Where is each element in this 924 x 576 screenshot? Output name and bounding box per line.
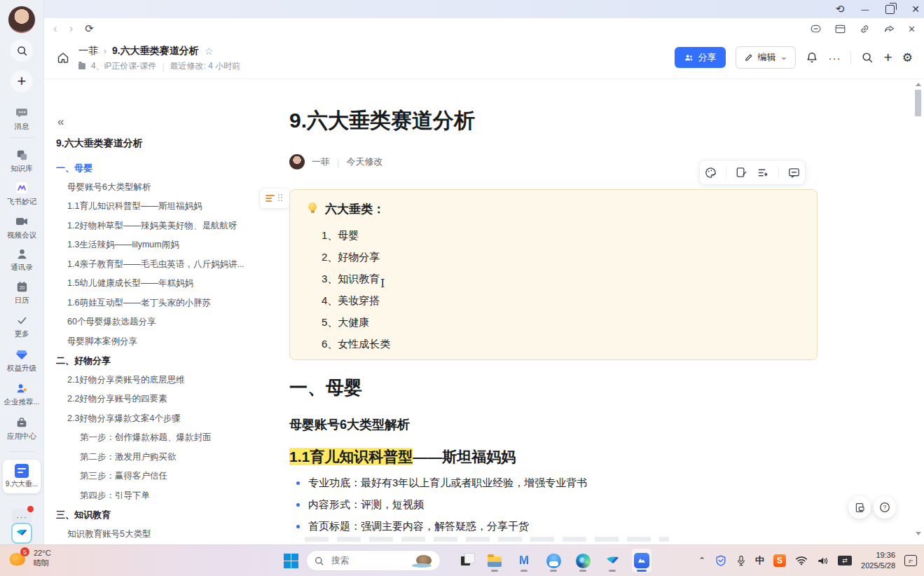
docs-app-icon xyxy=(634,553,649,568)
outline-item[interactable]: 1.1育儿知识科普型——斯坦福妈妈 xyxy=(56,197,256,217)
callout-block-icon[interactable] xyxy=(266,195,275,203)
outline-item[interactable]: 2.1好物分享类账号的底层思维 xyxy=(56,371,256,390)
maximize-button[interactable] xyxy=(885,5,895,14)
link-icon[interactable] xyxy=(859,23,871,35)
rail-item-app-center[interactable]: 应用中心 xyxy=(0,415,43,441)
back-button[interactable]: ‹ xyxy=(53,22,57,36)
security-shield-icon[interactable] xyxy=(715,554,727,567)
header-plus-icon[interactable]: + xyxy=(883,49,892,66)
outline-item[interactable]: 60个母婴爆款选题分享 xyxy=(56,313,256,332)
share-button[interactable]: 分享 xyxy=(675,47,726,68)
outline-item[interactable]: 母婴脚本案例分享 xyxy=(56,332,256,352)
task-view-button[interactable] xyxy=(455,549,475,572)
outline-item[interactable]: 母婴账号6大类型解析 xyxy=(56,178,256,198)
breadcrumb-owner[interactable]: 一菲 xyxy=(78,45,98,57)
minimize-button[interactable]: — xyxy=(861,5,869,13)
rail-create-button[interactable]: + xyxy=(11,70,33,92)
doc-scrollbar[interactable] xyxy=(914,78,923,541)
forward-button[interactable]: › xyxy=(69,22,74,36)
outline-item[interactable]: 第一步：创作爆款标题、爆款封面 xyxy=(56,428,256,448)
outline-item[interactable]: 2.3好物分享爆款文案4个步骤 xyxy=(56,409,256,429)
author-avatar[interactable] xyxy=(289,154,305,170)
taskbar-search-input[interactable] xyxy=(330,555,406,566)
mail-app-button[interactable]: M xyxy=(514,549,534,572)
outline-item[interactable]: 三、知识教育 xyxy=(56,505,256,525)
star-icon[interactable]: ☆ xyxy=(205,46,214,57)
outline-item[interactable]: 1.5幼儿健康成长型——年糕妈妈 xyxy=(56,274,256,294)
rail-search-button[interactable] xyxy=(11,39,33,62)
rail-doc-shortcut[interactable]: 9.六大垂... xyxy=(3,460,41,493)
weather-app-button[interactable] xyxy=(544,549,563,572)
outline-item[interactable]: 第二步：激发用户购买欲 xyxy=(56,448,256,467)
doc-annotate-icon[interactable] xyxy=(735,166,748,179)
rail-item-video-meeting[interactable]: 视频会议 xyxy=(0,214,43,240)
refresh-button[interactable]: ⟳ xyxy=(85,22,94,35)
home-icon[interactable] xyxy=(56,50,70,64)
rail-item-contacts[interactable]: 通讯录 xyxy=(0,246,43,272)
theme-palette-icon[interactable] xyxy=(704,166,717,179)
user-avatar[interactable] xyxy=(8,6,35,33)
device-sync-icon[interactable]: ⇄ xyxy=(838,556,852,565)
scroll-down-arrow[interactable] xyxy=(916,532,921,535)
history-icon[interactable]: ⟲ xyxy=(836,3,845,15)
outline-item[interactable]: 二、好物分享 xyxy=(56,351,256,371)
focus-assist-icon[interactable]: zᶻ xyxy=(904,555,917,566)
window-card-icon[interactable] xyxy=(834,23,846,35)
notification-bell-icon[interactable] xyxy=(806,51,818,64)
sogou-input-icon[interactable]: S xyxy=(773,554,786,567)
tray-clock[interactable]: 19:36 2025/5/28 xyxy=(861,550,895,571)
feishu-docs-window-button[interactable] xyxy=(632,549,651,572)
ime-language-icon[interactable]: 中 xyxy=(755,554,764,567)
comment-icon[interactable] xyxy=(787,166,801,179)
breadcrumb-doc-title[interactable]: 9.六大垂类赛道分析 xyxy=(112,45,199,57)
speaker-icon[interactable] xyxy=(817,556,829,566)
outline-item[interactable]: 1.4亲子教育型——毛毛虫英语，八斤妈妈讲... xyxy=(56,255,256,275)
outline-item[interactable]: 一、母婴 xyxy=(56,158,256,178)
callout-block[interactable]: 六大垂类： 1、母婴 2、好物分享 3、知识教育 4、美妆穿搭 5、大健康 6、… xyxy=(289,189,818,360)
doc-title[interactable]: 9.六大垂类赛道分析 xyxy=(289,107,475,135)
edit-button[interactable]: 编辑 ⌄ xyxy=(736,46,797,69)
wifi-icon[interactable] xyxy=(795,556,808,565)
outline-item[interactable]: 1.6萌娃互动型——老丁头家的小胖苏 xyxy=(56,294,256,313)
edge-browser-button[interactable] xyxy=(573,549,593,572)
outline-item[interactable]: 1.3生活辣妈——lilymum闹妈 xyxy=(56,235,256,255)
file-explorer-button[interactable] xyxy=(485,549,504,572)
start-button[interactable] xyxy=(284,554,298,568)
scrollbar-thumb[interactable] xyxy=(915,90,921,116)
outline-doc-title[interactable]: 9.六大垂类赛道分析 xyxy=(56,137,143,150)
close-window-button[interactable]: ✕ xyxy=(911,4,920,15)
share-forward-icon[interactable] xyxy=(883,23,895,35)
tray-expand-icon[interactable]: ⌃ xyxy=(698,556,705,565)
outline-item[interactable]: 第四步：引导下单 xyxy=(56,486,256,506)
comment-bubble-icon[interactable] xyxy=(810,23,822,35)
rail-item-calendar[interactable]: 20 日历 xyxy=(0,279,43,305)
rail-item-minutes[interactable]: 飞书妙记 xyxy=(0,180,43,206)
taskbar-search[interactable] xyxy=(306,550,441,571)
scroll-up-arrow[interactable] xyxy=(916,83,921,86)
rail-more-dots-button[interactable]: ··· xyxy=(12,509,32,524)
collapse-outline-icon[interactable]: « xyxy=(57,115,64,129)
outline-item[interactable]: 2.2好物分享账号的四要素 xyxy=(56,390,256,409)
taskbar-weather-widget[interactable]: 5 22°C 晴朗 xyxy=(10,548,51,568)
rail-item-enterprise[interactable]: 企业推荐... xyxy=(0,380,43,406)
author-name[interactable]: 一菲 xyxy=(312,156,330,168)
feedback-float-button[interactable] xyxy=(848,496,871,519)
rail-item-more[interactable]: 更多 xyxy=(0,313,43,338)
microphone-icon[interactable] xyxy=(736,555,746,567)
rail-item-upgrade[interactable]: 权益升级 xyxy=(0,347,43,373)
settings-gear-icon[interactable]: ⚙ xyxy=(902,50,913,64)
close-tab-icon[interactable]: ✕ xyxy=(908,24,916,34)
outline-item[interactable]: 知识教育账号5大类型 xyxy=(56,525,256,544)
help-float-button[interactable]: ? xyxy=(874,496,896,519)
feishu-app-button[interactable] xyxy=(602,549,622,572)
drag-handle-icon[interactable] xyxy=(278,194,284,203)
more-actions-icon[interactable]: ··· xyxy=(828,52,841,64)
catalog-list-icon[interactable] xyxy=(757,166,770,179)
folder-name[interactable]: 4、iP正价课-课件 xyxy=(91,60,156,72)
rail-item-messages[interactable]: 消息 xyxy=(0,105,43,131)
header-search-icon[interactable] xyxy=(861,51,874,64)
outline-item[interactable]: 1.2好物种草型——辣妈美美好物、是航航呀 xyxy=(56,217,256,236)
outline-item[interactable]: 第三步：赢得客户信任 xyxy=(56,467,256,486)
feishu-logo-button[interactable] xyxy=(11,523,32,544)
rail-item-knowledge-base[interactable]: 知识库 xyxy=(0,147,43,173)
